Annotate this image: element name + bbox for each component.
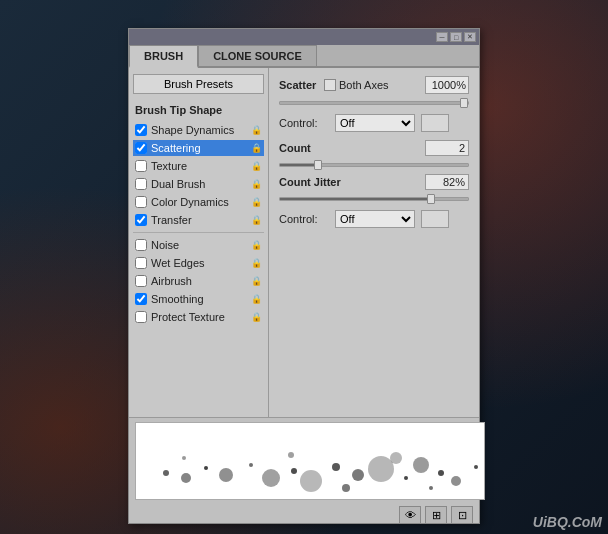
protect-texture-label: Protect Texture — [151, 311, 225, 323]
smoothing-label: Smoothing — [151, 293, 204, 305]
wet-edges-label: Wet Edges — [151, 257, 205, 269]
list-item[interactable]: Smoothing 🔒 — [133, 291, 264, 307]
grid-icon-button[interactable]: ⊞ — [425, 506, 447, 524]
count-jitter-slider[interactable] — [279, 197, 469, 201]
color-dynamics-checkbox[interactable] — [135, 196, 147, 208]
count-value: 2 — [425, 140, 469, 156]
scatter-thumb[interactable] — [460, 98, 468, 108]
count-row: Count 2 — [279, 140, 469, 156]
airbrush-label: Airbrush — [151, 275, 192, 287]
svg-point-2 — [204, 466, 208, 470]
tab-bar: BRUSH CLONE SOURCE — [129, 45, 479, 68]
close-button[interactable]: ✕ — [464, 32, 476, 42]
control1-select[interactable]: Off — [335, 114, 415, 132]
texture-checkbox[interactable] — [135, 160, 147, 172]
scatter-row: Scatter Both Axes 1000% — [279, 76, 469, 94]
svg-point-6 — [291, 468, 297, 474]
shape-dynamics-checkbox[interactable] — [135, 124, 147, 136]
maximize-button[interactable]: □ — [450, 32, 462, 42]
svg-point-1 — [181, 473, 191, 483]
lock-icon: 🔒 — [251, 312, 262, 322]
svg-point-14 — [451, 476, 461, 486]
list-item[interactable]: Transfer 🔒 — [133, 212, 264, 228]
dual-brush-checkbox[interactable] — [135, 178, 147, 190]
lock-icon: 🔒 — [251, 215, 262, 225]
count-jitter-value: 82% — [425, 174, 469, 190]
scatter-label: Scatter — [279, 79, 324, 91]
lock-icon: 🔒 — [251, 276, 262, 286]
brush-panel: ─ □ ✕ BRUSH CLONE SOURCE Brush Presets B… — [128, 28, 480, 524]
lock-icon: 🔒 — [251, 197, 262, 207]
svg-point-17 — [288, 452, 294, 458]
noise-label: Noise — [151, 239, 179, 251]
count-thumb[interactable] — [314, 160, 322, 170]
control2-select[interactable]: Off — [335, 210, 415, 228]
scattering-checkbox[interactable] — [135, 142, 147, 154]
page-icon-button[interactable]: ⊡ — [451, 506, 473, 524]
control1-label: Control: — [279, 117, 329, 129]
count-slider[interactable] — [279, 163, 469, 167]
divider — [133, 232, 264, 233]
svg-point-11 — [404, 476, 408, 480]
list-item[interactable]: Wet Edges 🔒 — [133, 255, 264, 271]
count-jitter-slider-row — [279, 197, 469, 201]
list-item[interactable]: Dual Brush 🔒 — [133, 176, 264, 192]
svg-point-9 — [352, 469, 364, 481]
lock-icon: 🔒 — [251, 125, 262, 135]
lock-icon: 🔒 — [251, 294, 262, 304]
list-item[interactable]: Color Dynamics 🔒 — [133, 194, 264, 210]
color-dynamics-label: Color Dynamics — [151, 196, 229, 208]
control2-box — [421, 210, 449, 228]
noise-checkbox[interactable] — [135, 239, 147, 251]
eye-icon-button[interactable]: 👁 — [399, 506, 421, 524]
transfer-label: Transfer — [151, 214, 192, 226]
scatter-slider[interactable] — [279, 101, 469, 105]
both-axes-checkbox[interactable] — [324, 79, 336, 91]
list-item[interactable]: Protect Texture 🔒 — [133, 309, 264, 325]
protect-texture-checkbox[interactable] — [135, 311, 147, 323]
preview-section: 👁 ⊞ ⊡ — [129, 417, 479, 523]
tab-brush[interactable]: BRUSH — [129, 45, 198, 68]
svg-point-5 — [262, 469, 280, 487]
count-jitter-label: Count Jitter — [279, 176, 359, 188]
svg-point-18 — [342, 484, 350, 492]
smoothing-checkbox[interactable] — [135, 293, 147, 305]
scatter-slider-row — [279, 101, 469, 105]
svg-point-4 — [249, 463, 253, 467]
control-row-1: Control: Off — [279, 114, 469, 132]
dual-brush-label: Dual Brush — [151, 178, 205, 190]
brush-presets-button[interactable]: Brush Presets — [133, 74, 264, 94]
brush-preview-svg — [136, 423, 484, 499]
both-axes-label: Both Axes — [339, 79, 389, 91]
bottom-icons: 👁 ⊞ ⊡ — [129, 504, 479, 526]
svg-point-3 — [219, 468, 233, 482]
scatter-value: 1000% — [425, 76, 469, 94]
svg-point-16 — [182, 456, 186, 460]
scattering-label: Scattering — [151, 142, 201, 154]
shape-dynamics-label: Shape Dynamics — [151, 124, 234, 136]
list-item[interactable]: Shape Dynamics 🔒 — [133, 122, 264, 138]
list-item[interactable]: Texture 🔒 — [133, 158, 264, 174]
minimize-button[interactable]: ─ — [436, 32, 448, 42]
count-jitter-thumb[interactable] — [427, 194, 435, 204]
count-slider-row — [279, 163, 469, 167]
svg-point-10 — [368, 456, 394, 482]
list-item[interactable]: Scattering 🔒 — [133, 140, 264, 156]
brush-tip-shape-title: Brush Tip Shape — [133, 102, 264, 120]
list-item[interactable]: Airbrush 🔒 — [133, 273, 264, 289]
svg-point-19 — [390, 452, 402, 464]
airbrush-checkbox[interactable] — [135, 275, 147, 287]
title-bar: ─ □ ✕ — [129, 29, 479, 45]
watermark: UiBQ.CoM — [533, 514, 602, 530]
lock-icon: 🔒 — [251, 179, 262, 189]
svg-point-15 — [474, 465, 478, 469]
svg-point-12 — [413, 457, 429, 473]
tab-clone[interactable]: CLONE SOURCE — [198, 45, 317, 66]
count-jitter-row: Count Jitter 82% — [279, 174, 469, 190]
transfer-checkbox[interactable] — [135, 214, 147, 226]
control2-label: Control: — [279, 213, 329, 225]
list-item[interactable]: Noise 🔒 — [133, 237, 264, 253]
svg-point-0 — [163, 470, 169, 476]
svg-point-8 — [332, 463, 340, 471]
wet-edges-checkbox[interactable] — [135, 257, 147, 269]
